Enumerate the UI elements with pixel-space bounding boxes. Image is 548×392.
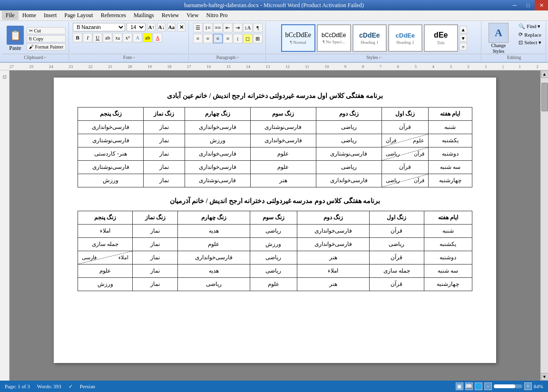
editing-buttons: 🔍 Find ▾ ⟳ Replace ⊡ Select ▾ xyxy=(517,23,543,46)
col2-header-bell1: زنگ اول xyxy=(369,211,424,225)
align-center-button[interactable]: ≡ xyxy=(203,34,213,43)
zoom-bar[interactable] xyxy=(494,384,522,388)
menu-nitro-pro[interactable]: Nitro Pro xyxy=(203,11,232,20)
show-formatting-button[interactable]: ¶ xyxy=(253,23,263,32)
col-header-bell3: زنگ سوم xyxy=(250,108,316,121)
text-effects-button[interactable]: A xyxy=(133,33,142,42)
increase-indent-button[interactable]: ⇥ xyxy=(233,23,243,32)
font-size-select[interactable]: 14 xyxy=(127,23,146,31)
menu-page-layout[interactable]: Page Layout xyxy=(60,11,97,20)
clear-format-button[interactable]: ✕ xyxy=(177,23,186,31)
bold-button[interactable]: B xyxy=(73,33,82,42)
align-right-button[interactable]: ≡ xyxy=(213,34,223,43)
col2-header-bell3: زنگ سوم xyxy=(250,211,297,225)
col-header-bell-namaz: زنگ نماز xyxy=(144,108,185,121)
clipboard-dialog-icon[interactable]: ⌐ xyxy=(44,55,47,60)
style-scroll-down[interactable]: ▼ xyxy=(460,34,467,42)
style-normal[interactable]: bCcDdEe ¶ Normal xyxy=(281,24,315,52)
table1-header-row: ایام هفته زنگ اول زنگ دوم زنگ سوم زنگ چه… xyxy=(78,108,472,121)
menu-references[interactable]: References xyxy=(97,11,130,20)
vertical-scrollbar[interactable]: ▲ ▼ xyxy=(540,70,548,381)
view-mode-reading[interactable]: 📖 xyxy=(465,382,473,390)
decrease-indent-button[interactable]: ⇤ xyxy=(223,23,233,32)
shrink-font-button[interactable]: A↓ xyxy=(157,23,166,31)
zoom-level[interactable]: 84% xyxy=(534,383,543,389)
style-scroll-arrows: ▲ ▼ ≡ xyxy=(460,26,467,50)
change-styles-button[interactable]: A ChangeStyles xyxy=(485,23,511,54)
paste-icon: 📋 xyxy=(7,26,24,45)
table-row: یکشنبه ریاضی فارسی‌خوانداری ورزش علوم نم… xyxy=(78,238,472,251)
document-scroll-area[interactable]: برنامه هفتگی کلاس اول مدرسه غیردولتی دخت… xyxy=(10,70,540,381)
paste-button[interactable]: 📋 Paste xyxy=(5,25,26,53)
cut-button[interactable]: ✂ Cut xyxy=(27,27,66,34)
copy-button[interactable]: ⎘ Copy xyxy=(27,35,66,42)
style-no-spacing[interactable]: bCcDdEe ¶ No Spaci... xyxy=(317,24,351,52)
multilevel-button[interactable]: ≡≡ xyxy=(213,23,223,32)
minimize-button[interactable]: ─ xyxy=(508,0,521,10)
col2-header-bell-namaz: زنگ نماز xyxy=(133,211,178,225)
scroll-down-button[interactable]: ▼ xyxy=(541,373,548,381)
grow-font-button[interactable]: A↑ xyxy=(147,23,156,31)
scrollbar-track[interactable] xyxy=(541,78,548,373)
table-row: سه شنبه جمله سازی املاء ریاضی هدیه نماز … xyxy=(78,265,472,278)
highlight-button[interactable]: ab xyxy=(143,33,152,42)
select-button[interactable]: ⊡ Select ▾ xyxy=(517,39,543,46)
line-spacing-button[interactable]: ↕ xyxy=(233,34,243,43)
left-sidebar: ⊡ xyxy=(0,70,10,381)
editing-group: A ChangeStyles 🔍 Find ▾ ⟳ Replace ⊡ xyxy=(482,22,546,61)
font-group-content: B Nazanin 14 A↑ A↓ Aa ✕ B I U ab x₂ x xyxy=(73,23,186,49)
borders-button[interactable]: ⊞ xyxy=(253,34,263,43)
clipboard-label: Clipboard ⌐ xyxy=(2,54,68,60)
word-count: Words: 393 xyxy=(37,383,61,389)
col2-header-bell5: زنگ پنجم xyxy=(78,211,133,225)
subscript-button[interactable]: x₂ xyxy=(113,33,122,42)
style-scroll-up[interactable]: ▲ xyxy=(460,26,467,33)
sort-button[interactable]: ↕A xyxy=(243,23,253,32)
restore-button[interactable]: □ xyxy=(521,0,535,10)
menu-insert[interactable]: Insert xyxy=(40,11,60,20)
menu-review[interactable]: Review xyxy=(158,11,183,20)
zoom-in-button[interactable]: + xyxy=(524,382,532,390)
menu-home[interactable]: Home xyxy=(19,11,40,20)
menu-mailings[interactable]: Mailings xyxy=(130,11,158,20)
view-mode-print[interactable]: ▣ xyxy=(456,382,463,390)
zoom-out-button[interactable]: − xyxy=(484,382,492,390)
style-title[interactable]: dEe Title xyxy=(424,24,458,52)
scroll-up-button[interactable]: ▲ xyxy=(541,70,548,78)
table-row: دوشنبه قرآن هنر ریاضی فارسی‌خوانداری نما… xyxy=(78,251,472,265)
style-heading2[interactable]: cDdEe Heading 2 xyxy=(388,24,422,52)
style-heading1[interactable]: cDdEe Heading 1 xyxy=(352,24,387,52)
change-case-button[interactable]: Aa xyxy=(167,23,176,31)
font-dialog-icon[interactable]: ⌐ xyxy=(133,55,136,60)
font-color-button[interactable]: A xyxy=(153,33,162,42)
view-mode-web[interactable]: 🌐 xyxy=(475,382,482,390)
menu-view[interactable]: View xyxy=(183,11,202,20)
justify-button[interactable]: ≡ xyxy=(223,34,233,43)
proofing-icon[interactable]: ✓ xyxy=(68,383,73,390)
language[interactable]: Persian xyxy=(80,383,95,389)
style-more[interactable]: ≡ xyxy=(460,43,467,50)
scrollbar-thumb[interactable] xyxy=(541,83,548,111)
font-name-select[interactable]: B Nazanin xyxy=(73,23,125,31)
close-button[interactable]: ✕ xyxy=(535,0,548,10)
italic-button[interactable]: I xyxy=(83,33,92,42)
superscript-button[interactable]: x² xyxy=(123,33,132,42)
menu-bar: File Home Insert Page Layout References … xyxy=(0,10,548,21)
replace-button[interactable]: ⟳ Replace xyxy=(517,31,543,38)
ribbon: 📋 Paste ✂ Cut ⎘ Copy 🖌 Format Painter Cl… xyxy=(0,21,548,63)
align-left-button[interactable]: ≡ xyxy=(193,34,203,43)
paragraph-dialog-icon[interactable]: ⌐ xyxy=(236,55,239,60)
strikethrough-button[interactable]: ab xyxy=(103,33,112,42)
table-row: سه شنبه قرآن ریاضی علوم فارسی‌خوانداری ن… xyxy=(78,161,472,174)
underline-button[interactable]: U xyxy=(93,33,102,42)
bullets-button[interactable]: ☰ xyxy=(193,23,203,32)
numbering-button[interactable]: 1≡ xyxy=(203,23,213,32)
shading-button[interactable]: ◻ xyxy=(243,34,253,43)
styles-dialog-icon[interactable]: ⌐ xyxy=(379,55,382,60)
find-button[interactable]: 🔍 Find ▾ xyxy=(517,23,543,30)
menu-file[interactable]: File xyxy=(2,11,19,20)
format-painter-button[interactable]: 🖌 Format Painter xyxy=(27,43,66,50)
paragraph-group-content: ☰ 1≡ ≡≡ ⇤ ⇥ ↕A ¶ ≡ ≡ ≡ ≡ ↕ ◻ ⊞ xyxy=(193,23,263,50)
paragraph-group-label: Paragraph ⌐ xyxy=(190,54,265,60)
change-styles-label: ChangeStyles xyxy=(491,43,506,54)
